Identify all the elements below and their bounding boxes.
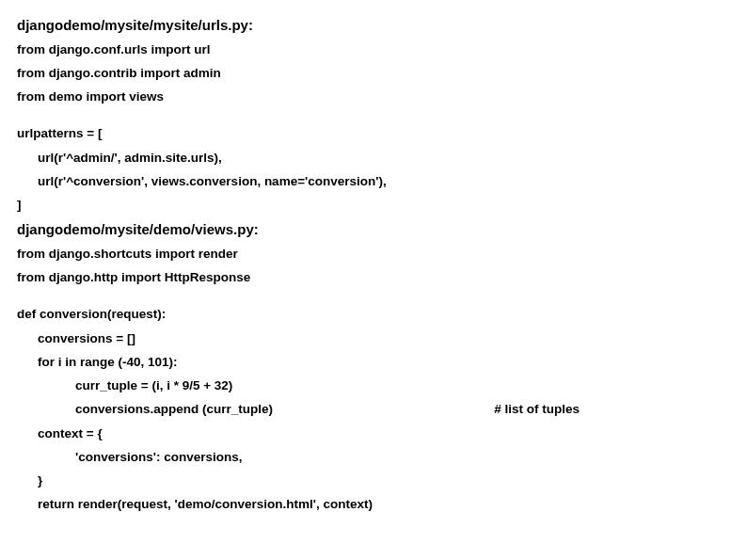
urls-file-heading: djangodemo/mysite/mysite/urls.py:	[17, 15, 730, 37]
code-line: return render(request, 'demo/conversion.…	[17, 495, 730, 514]
code-line: for i in range (-40, 101):	[17, 353, 730, 372]
code-line: 'conversions': conversions,	[17, 448, 730, 467]
code-line: url(r'^conversion', views.conversion, na…	[17, 172, 730, 191]
code-line: context = {	[17, 424, 730, 443]
code-line: from django.conf.urls import url	[17, 40, 730, 59]
code-line: from django.shortcuts import render	[17, 245, 730, 264]
code-line: url(r'^admin/', admin.site.urls),	[17, 149, 730, 168]
code-line: }	[17, 472, 730, 490]
code-line: curr_tuple = (i, i * 9/5 + 32)	[17, 376, 730, 395]
code-line: conversions = []	[17, 329, 730, 348]
blank-line	[17, 292, 730, 305]
blank-line	[17, 111, 730, 124]
code-line: from django.contrib import admin	[17, 64, 730, 83]
code-line: from django.http import HttpResponse	[17, 268, 730, 287]
views-file-heading: djangodemo/mysite/demo/views.py:	[17, 219, 730, 241]
code-comment: # list of tuples	[494, 400, 730, 419]
code-line: conversions.append (curr_tuple) # list o…	[17, 400, 730, 419]
code-line: def conversion(request):	[17, 305, 730, 324]
code-text: conversions.append (curr_tuple)	[75, 400, 273, 419]
code-line: urlpatterns = [	[17, 124, 730, 143]
code-line: from demo import views	[17, 88, 730, 106]
code-line: ]	[17, 196, 730, 215]
